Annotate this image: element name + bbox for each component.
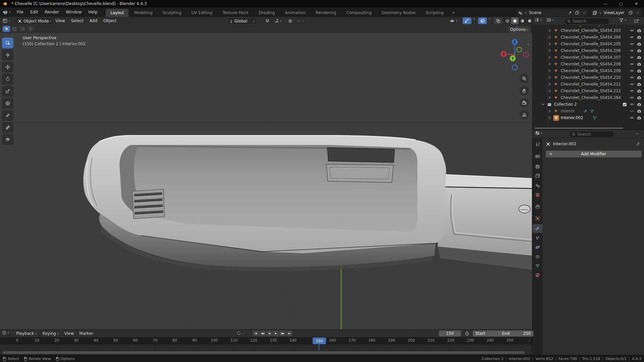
- eye-icon[interactable]: [630, 95, 634, 100]
- maximize-button[interactable]: ▢: [613, 0, 629, 7]
- properties-tab-output[interactable]: [533, 162, 543, 171]
- next-keyframe-button[interactable]: ▶▶: [279, 330, 286, 336]
- chevron-right-icon[interactable]: [547, 55, 552, 60]
- options-dropdown[interactable]: Options ∨: [508, 26, 531, 33]
- camera-visibility-icon[interactable]: [637, 35, 641, 40]
- select-circle-button[interactable]: [19, 26, 26, 32]
- scene-selector[interactable]: ∨ Scene: [516, 9, 588, 17]
- outliner-row[interactable]: Chevrolet_Chevelle_SS454.206: [533, 47, 644, 54]
- eye-icon[interactable]: [630, 25, 634, 26]
- new-scene-icon[interactable]: [575, 11, 579, 15]
- timeline-track[interactable]: [0, 345, 532, 351]
- toggle-ortho-button[interactable]: [519, 110, 529, 119]
- timeline-hscrollbar[interactable]: [3, 351, 524, 354]
- chevron-right-icon[interactable]: [547, 75, 552, 80]
- camera-visibility-icon[interactable]: [637, 116, 641, 120]
- tool-rotate[interactable]: [2, 74, 13, 85]
- menu-help[interactable]: Help: [85, 7, 101, 17]
- close-button[interactable]: ✕: [629, 0, 644, 7]
- viewport-menu-select[interactable]: Select: [68, 16, 86, 25]
- timeline-menu-view[interactable]: View: [62, 329, 77, 338]
- chevron-right-icon[interactable]: [547, 28, 552, 33]
- properties-tab-constraints[interactable]: [533, 252, 543, 261]
- add-modifier-button[interactable]: + Add Modifier: [546, 151, 642, 157]
- menu-render[interactable]: Render: [41, 7, 62, 17]
- jump-end-button[interactable]: ▶|: [286, 330, 292, 336]
- camera-visibility-icon[interactable]: [637, 25, 641, 26]
- select-lasso-button[interactable]: [27, 26, 34, 32]
- camera-visibility-icon[interactable]: [637, 75, 641, 80]
- timeline-ruler[interactable]: 0102030405060708090100110120130140160170…: [0, 337, 532, 345]
- workspace-tab-geometry-nodes[interactable]: Geometry Nodes: [377, 9, 420, 17]
- chevron-right-icon[interactable]: [547, 62, 552, 66]
- outliner-filter-type-button[interactable]: ∨: [547, 18, 554, 22]
- select-box-button[interactable]: [11, 26, 18, 32]
- workspace-tab-scripting[interactable]: Scripting: [421, 9, 448, 17]
- snap-target-dropdown[interactable]: ∨: [272, 17, 284, 24]
- properties-tab-render[interactable]: [533, 152, 543, 161]
- outliner-hscrollbar[interactable]: [535, 127, 623, 129]
- shading-wireframe-button[interactable]: [504, 17, 511, 24]
- pin-icon[interactable]: [568, 11, 572, 15]
- outliner-row[interactable]: Chevrolet_Chevelle_SS454.264: [533, 94, 644, 101]
- workspace-tab-modeling[interactable]: Modeling: [129, 9, 157, 17]
- tool-move[interactable]: [2, 62, 13, 72]
- mode-dropdown[interactable]: Object Mode ∨: [15, 17, 54, 25]
- add-workspace-button[interactable]: +: [449, 9, 458, 17]
- pan-hand-button[interactable]: [519, 86, 529, 95]
- frame-end-field[interactable]: End250: [499, 330, 534, 337]
- properties-search-input[interactable]: Search: [569, 131, 614, 138]
- eye-icon[interactable]: [630, 82, 634, 87]
- viewport-3d[interactable]: User Perspective (150) Collection 2 | In…: [0, 33, 532, 329]
- properties-editor-type-button[interactable]: ∨: [535, 131, 543, 135]
- jump-start-button[interactable]: |◀: [252, 330, 259, 336]
- blender-menu-icon[interactable]: ∨: [0, 7, 13, 17]
- tool-select-box[interactable]: [2, 38, 13, 48]
- properties-tab-material[interactable]: [533, 271, 543, 279]
- eye-icon[interactable]: [630, 28, 634, 33]
- auto-key-toggle[interactable]: ∨: [236, 331, 245, 335]
- chevron-down-icon[interactable]: [541, 102, 545, 107]
- outliner-row[interactable]: Chevrolet_Chevelle_SS454.212: [533, 88, 644, 94]
- workspace-tab-animation[interactable]: Animation: [280, 9, 310, 17]
- outliner-row[interactable]: Chevrolet_Chevelle_SS454.211: [533, 81, 644, 88]
- outliner-display-mode-button[interactable]: ∨: [535, 18, 542, 22]
- camera-visibility-icon[interactable]: [637, 69, 641, 73]
- camera-visibility-icon[interactable]: [637, 109, 641, 113]
- outliner-row[interactable]: Chevrolet_Chevelle_SS454.203: [533, 27, 644, 34]
- chevron-right-icon[interactable]: [547, 48, 552, 53]
- new-collection-button[interactable]: [634, 18, 639, 23]
- editor-type-button[interactable]: ∨: [3, 17, 10, 24]
- menu-file[interactable]: File: [13, 7, 27, 17]
- navigation-gizmo[interactable]: Z X Y: [498, 36, 532, 73]
- collection-checkbox[interactable]: [623, 102, 627, 107]
- viewport-menu-add[interactable]: Add: [87, 16, 100, 25]
- timeline-editor-type-button[interactable]: ∨: [2, 330, 9, 335]
- properties-tab-particles[interactable]: [533, 234, 543, 242]
- preview-range-icon[interactable]: [465, 331, 469, 336]
- eye-icon[interactable]: [630, 89, 634, 93]
- play-button[interactable]: ▶: [273, 330, 279, 336]
- viewport-menu-object[interactable]: Object: [100, 16, 120, 25]
- eye-icon[interactable]: [630, 42, 634, 46]
- workspace-tab-layout[interactable]: Layout: [106, 9, 129, 17]
- transform-orientation-dropdown[interactable]: Global ∨: [227, 17, 257, 25]
- outliner-row[interactable]: Interior: [533, 108, 644, 114]
- camera-visibility-icon[interactable]: [637, 102, 641, 107]
- properties-tab-object[interactable]: [533, 214, 543, 223]
- eye-icon[interactable]: [630, 55, 634, 60]
- camera-visibility-icon[interactable]: [637, 96, 641, 100]
- view-layer-selector[interactable]: ∨ ViewLayer: [591, 9, 642, 17]
- eye-closed-icon[interactable]: [630, 109, 634, 113]
- proportional-falloff-dropdown[interactable]: ∨: [295, 17, 306, 24]
- properties-tab-data[interactable]: [533, 261, 543, 270]
- chevron-right-icon[interactable]: [547, 35, 552, 40]
- select-tweak-button[interactable]: [3, 26, 10, 32]
- proportional-edit-toggle[interactable]: [286, 17, 294, 24]
- outliner-row[interactable]: Chevrolet_Chevelle_SS454.207: [533, 54, 644, 61]
- chevron-right-icon[interactable]: [547, 115, 552, 120]
- outliner-filter-button[interactable]: ∨: [619, 18, 627, 22]
- visibility-dropdown[interactable]: ∨: [446, 17, 461, 24]
- gizmo-dropdown[interactable]: ∨: [472, 17, 475, 20]
- outliner-row[interactable]: Chevrolet_Chevelle_SS454.209: [533, 67, 644, 74]
